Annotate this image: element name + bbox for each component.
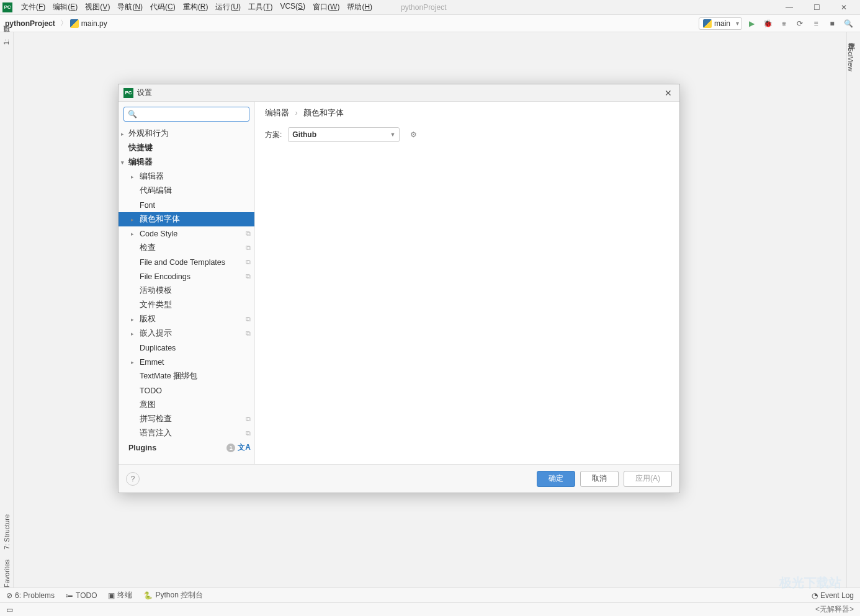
status-bar: ▭ <无解释器>: [0, 602, 860, 616]
search-icon: 🔍: [128, 110, 137, 118]
menu-item[interactable]: 导航(N): [114, 2, 146, 12]
settings-tree-item[interactable]: 检查⧉: [119, 241, 254, 255]
settings-tree-item[interactable]: ▸版权⧉: [119, 312, 254, 326]
settings-tree-item[interactable]: 语言注入⧉: [119, 426, 254, 440]
settings-tree-item[interactable]: ▸Emmet: [119, 355, 254, 369]
dialog-footer: ? 确定 取消 应用(A): [119, 464, 679, 493]
tree-item-label: 快捷键: [128, 143, 153, 153]
settings-sidebar: 🔍 ▸外观和行为快捷键▾编辑器▸编辑器代码编辑Font▸颜色和字体▸Code S…: [119, 102, 255, 464]
menu-item[interactable]: 窗口(W): [309, 2, 343, 12]
cancel-button[interactable]: 取消: [580, 471, 619, 487]
settings-tree-item[interactable]: ▸外观和行为: [119, 127, 254, 141]
navigation-bar: pythonProject 〉 main.py main ▶ 🐞 ⎈ ⟳ ≡ ■…: [0, 15, 860, 32]
settings-search[interactable]: 🔍: [123, 107, 249, 122]
tree-item-label: Emmet: [140, 358, 164, 367]
settings-tree-item[interactable]: Plugins1文A: [119, 440, 254, 455]
settings-tree-item[interactable]: Font: [119, 198, 254, 212]
settings-tree-item[interactable]: ▸嵌入提示⧉: [119, 326, 254, 341]
project-tool-tab[interactable]: 1: 项目: [0, 32, 13, 50]
close-button[interactable]: ✕: [830, 0, 858, 15]
ok-button[interactable]: 确定: [537, 471, 575, 487]
settings-tree-item[interactable]: 活动模板: [119, 283, 254, 298]
settings-tree[interactable]: ▸外观和行为快捷键▾编辑器▸编辑器代码编辑Font▸颜色和字体▸Code Sty…: [119, 127, 254, 464]
settings-tree-item[interactable]: 代码编辑: [119, 184, 254, 198]
database-tool-tab[interactable]: 数据库: [847, 32, 860, 42]
settings-tree-item[interactable]: TextMate 捆绑包: [119, 369, 254, 383]
right-tool-strip: 数据库 SciView: [846, 32, 860, 602]
settings-tree-item[interactable]: ▸编辑器: [119, 169, 254, 184]
settings-tree-item[interactable]: 意图: [119, 398, 254, 412]
todo-tab[interactable]: ≔ TODO: [66, 591, 97, 600]
settings-tree-item[interactable]: ▸Code Style⧉: [119, 226, 254, 241]
menu-item[interactable]: VCS(S): [276, 2, 309, 12]
minimize-button[interactable]: —: [776, 0, 803, 15]
menu-item[interactable]: 文件(F): [17, 2, 49, 12]
breadcrumb-file[interactable]: main.py: [70, 19, 107, 28]
scheme-gear-button[interactable]: ⚙: [406, 127, 421, 142]
tree-item-label: 语言注入: [140, 428, 172, 439]
settings-search-input[interactable]: [140, 110, 245, 118]
coverage-button[interactable]: ⎈: [777, 17, 791, 30]
tree-item-label: TODO: [140, 386, 162, 395]
breadcrumb-project[interactable]: pythonProject: [5, 19, 55, 28]
tree-item-label: File and Code Templates: [140, 258, 225, 267]
tree-item-label: Font: [140, 201, 155, 210]
python-console-tab[interactable]: 🐍 Python 控制台: [143, 590, 203, 600]
terminal-tab[interactable]: ▣ 终端: [108, 590, 132, 600]
event-log-tab[interactable]: ◔ Event Log: [812, 591, 854, 600]
settings-tree-item[interactable]: Duplicates: [119, 341, 254, 355]
menu-item[interactable]: 重构(R): [179, 2, 212, 12]
settings-tree-item[interactable]: TODO: [119, 383, 254, 398]
bottom-tool-bar: ⊘ 6: Problems ≔ TODO ▣ 终端 🐍 Python 控制台 ◔…: [0, 587, 860, 602]
settings-tree-item[interactable]: File and Code Templates⧉: [119, 255, 254, 269]
dialog-app-icon: PC: [123, 88, 133, 98]
dialog-titlebar: PC 设置 ✕: [119, 84, 679, 102]
profile-button[interactable]: ⟳: [793, 17, 807, 30]
tree-item-label: 颜色和字体: [140, 214, 180, 225]
menu-item[interactable]: 运行(U): [212, 2, 244, 12]
run-config-selector[interactable]: main: [699, 17, 742, 30]
menu-item[interactable]: 代码(C): [146, 2, 179, 12]
settings-content: 编辑器 › 颜色和字体 方案: Github ▼ ⚙: [255, 102, 679, 464]
menu-item[interactable]: 编辑(E): [49, 2, 81, 12]
tree-item-label: 检查: [140, 243, 156, 253]
concurrency-button[interactable]: ≡: [809, 17, 823, 30]
python-file-icon: [70, 19, 79, 28]
stop-button[interactable]: ■: [825, 17, 839, 30]
run-config-label: main: [714, 19, 730, 28]
chevron-right-icon: ▸: [131, 331, 134, 337]
search-everywhere-button[interactable]: 🔍: [841, 17, 855, 30]
settings-tree-item[interactable]: 快捷键: [119, 141, 254, 155]
menu-item[interactable]: 帮助(H): [343, 2, 376, 12]
menu-item[interactable]: 视图(V): [81, 2, 114, 12]
maximize-button[interactable]: ☐: [803, 0, 830, 15]
dialog-close-button[interactable]: ✕: [662, 88, 674, 98]
project-scope-icon: ⧉: [246, 230, 251, 238]
tree-item-label: 嵌入提示: [140, 328, 172, 339]
chevron-right-icon: ▸: [121, 131, 124, 137]
menu-item[interactable]: 工具(T): [244, 2, 276, 12]
project-scope-icon: ⧉: [246, 258, 251, 266]
scheme-label: 方案:: [265, 130, 282, 140]
settings-tree-item[interactable]: 拼写检查⧉: [119, 412, 254, 426]
scheme-selector[interactable]: Github ▼: [288, 127, 400, 142]
tree-item-label: 文件类型: [140, 300, 172, 310]
apply-button[interactable]: 应用(A): [624, 471, 672, 487]
tree-item-label: Plugins: [128, 444, 156, 452]
interpreter-status[interactable]: <无解释器>: [815, 604, 854, 615]
menu-bar: PC 文件(F)编辑(E)视图(V)导航(N)代码(C)重构(R)运行(U)工具…: [0, 0, 860, 15]
scheme-value: Github: [292, 130, 316, 139]
breadcrumb-separator: 〉: [60, 18, 68, 29]
problems-tab[interactable]: ⊘ 6: Problems: [6, 591, 55, 600]
debug-button[interactable]: 🐞: [761, 17, 774, 30]
run-button[interactable]: ▶: [745, 17, 758, 30]
settings-tree-item[interactable]: ▾编辑器: [119, 155, 254, 169]
settings-tree-item[interactable]: 文件类型: [119, 298, 254, 312]
settings-tree-item[interactable]: File Encodings⧉: [119, 269, 254, 283]
sciview-tool-tab[interactable]: SciView: [847, 42, 860, 76]
structure-tool-tab[interactable]: 7: Structure: [0, 509, 13, 555]
help-button[interactable]: ?: [126, 472, 140, 486]
app-icon: PC: [2, 2, 12, 12]
tree-item-label: 版权: [140, 314, 156, 324]
settings-tree-item[interactable]: ▸颜色和字体: [119, 212, 254, 226]
